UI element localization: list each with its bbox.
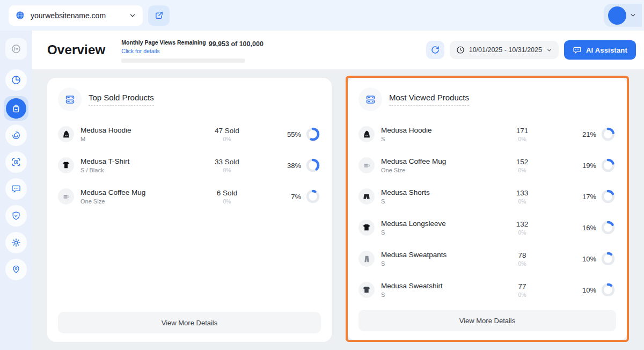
product-row[interactable]: Medusa Hoodie S 171 0% 21% bbox=[358, 119, 616, 150]
hoodie-icon bbox=[58, 126, 74, 142]
click-for-details-link[interactable]: Click for details bbox=[121, 48, 159, 54]
mug-icon bbox=[358, 157, 375, 173]
ai-assistant-label: AI Assistant bbox=[586, 46, 627, 54]
refresh-button[interactable] bbox=[426, 41, 444, 59]
sidebar-item-monitor-clock[interactable] bbox=[5, 151, 27, 173]
sidebar-item-shield-check[interactable] bbox=[5, 205, 27, 227]
product-row[interactable]: Medusa Coffee Mug One Size 152 0% 19% bbox=[358, 150, 616, 181]
product-name: Medusa Sweatshirt bbox=[381, 282, 487, 290]
sidebar-item-gear[interactable] bbox=[5, 232, 27, 253]
refresh-icon bbox=[430, 45, 440, 55]
site-domain: yourwebsitename.com bbox=[31, 11, 129, 20]
clock-icon bbox=[456, 46, 465, 54]
product-variant: M bbox=[80, 136, 192, 142]
account-menu[interactable] bbox=[604, 4, 642, 27]
product-name: Medusa Longsleeve bbox=[381, 220, 487, 228]
gauge-icon bbox=[11, 130, 21, 141]
page-views-progressbar bbox=[121, 59, 245, 63]
page-views-usage: 99,953 of 100,000 bbox=[209, 40, 264, 48]
product-variant: One Size bbox=[381, 167, 487, 173]
product-name: Medusa Coffee Mug bbox=[381, 157, 487, 165]
product-row[interactable]: Medusa Coffee Mug One Size 6 Sold 0% 7% bbox=[58, 181, 321, 212]
product-percent-label: 17% bbox=[582, 193, 596, 201]
product-sub-percent: 0% bbox=[192, 198, 262, 205]
monitor-clock-icon bbox=[11, 157, 21, 167]
sidebar-item-map-pin[interactable] bbox=[5, 259, 27, 280]
product-name: Medusa Hoodie bbox=[381, 126, 487, 134]
highlight-box: Most Viewed Products Medusa Hoodie S 171… bbox=[346, 76, 629, 342]
product-sub-percent: 0% bbox=[487, 136, 557, 142]
chevron-down-icon bbox=[129, 12, 136, 19]
product-sub-percent: 0% bbox=[487, 291, 557, 298]
product-percent-label: 19% bbox=[582, 162, 596, 170]
chevron-down-icon bbox=[630, 12, 636, 19]
hoodie-icon bbox=[358, 126, 375, 142]
shopping-bag-icon bbox=[11, 103, 21, 114]
product-list: Medusa Hoodie M 47 Sold 0% 55% Medusa T-… bbox=[58, 119, 321, 212]
product-row[interactable]: Medusa Sweatpants S 78 0% 10% bbox=[358, 243, 616, 274]
donut-chart bbox=[601, 158, 615, 172]
product-value: 47 Sold bbox=[192, 127, 262, 135]
product-value: 152 bbox=[487, 158, 557, 166]
donut-chart bbox=[306, 158, 320, 172]
shield-check-icon bbox=[11, 210, 21, 221]
donut-chart bbox=[306, 127, 320, 141]
ai-assistant-button[interactable]: AI Assistant bbox=[564, 40, 636, 60]
sidebar-item-shopping-bag[interactable] bbox=[4, 96, 28, 121]
sweatshirt-icon bbox=[358, 282, 375, 298]
sidebar-item-chat-dots[interactable] bbox=[5, 178, 27, 200]
view-more-details-button[interactable]: View More Details bbox=[58, 312, 321, 333]
avatar bbox=[608, 6, 626, 25]
chevron-down-icon bbox=[546, 47, 552, 53]
product-sub-percent: 0% bbox=[487, 260, 557, 267]
server-icon bbox=[358, 88, 382, 111]
donut-chart bbox=[601, 221, 615, 235]
product-row[interactable]: Medusa Hoodie M 47 Sold 0% 55% bbox=[58, 119, 321, 150]
main-content: Top Sold Products Medusa Hoodie M 47 Sol… bbox=[32, 69, 644, 350]
date-range-picker[interactable]: 10/01/2025 - 10/31/2025 bbox=[450, 41, 559, 59]
view-more-details-button[interactable]: View More Details bbox=[358, 310, 616, 331]
chat-dots-icon bbox=[11, 184, 21, 194]
product-percent-label: 16% bbox=[582, 224, 596, 232]
product-variant: S bbox=[381, 136, 487, 142]
gear-icon bbox=[11, 237, 21, 248]
donut-chart bbox=[601, 283, 615, 297]
server-icon bbox=[58, 88, 82, 111]
product-row[interactable]: Medusa T-Shirt S / Black 33 Sold 0% 38% bbox=[58, 150, 321, 181]
donut-chart bbox=[601, 189, 615, 203]
product-percent-label: 10% bbox=[582, 255, 596, 263]
page-header: Overview Monthly Page Views Remaining 99… bbox=[32, 31, 644, 69]
product-value: 77 bbox=[487, 282, 557, 290]
top-sold-products-card: Top Sold Products Medusa Hoodie M 47 Sol… bbox=[47, 78, 332, 342]
donut-chart bbox=[601, 252, 615, 266]
sidebar-item-gauge[interactable] bbox=[5, 125, 27, 146]
product-variant: S / Black bbox=[80, 167, 192, 173]
product-row[interactable]: Medusa Sweatshirt S 77 0% 10% bbox=[358, 274, 616, 305]
page-views-quota: Monthly Page Views Remaining 99,953 of 1… bbox=[121, 37, 246, 63]
product-percent-label: 10% bbox=[582, 286, 596, 294]
external-link-icon bbox=[155, 11, 164, 20]
product-sub-percent: 0% bbox=[192, 136, 262, 142]
most-viewed-products-card: Most Viewed Products Medusa Hoodie S 171… bbox=[348, 78, 627, 340]
product-variant: S bbox=[381, 260, 487, 267]
site-selector[interactable]: yourwebsitename.com bbox=[9, 5, 143, 26]
product-variant: S bbox=[381, 291, 487, 298]
product-name: Medusa Coffee Mug bbox=[80, 188, 192, 196]
tshirt-icon bbox=[58, 157, 74, 173]
page-views-label: Monthly Page Views Remaining bbox=[121, 39, 206, 46]
shorts-icon bbox=[358, 188, 375, 205]
open-site-button[interactable] bbox=[148, 5, 170, 26]
sidebar-item-panel-toggle[interactable] bbox=[5, 38, 27, 60]
product-row[interactable]: Medusa Shorts S 133 0% 17% bbox=[358, 181, 616, 212]
product-variant: S bbox=[381, 229, 487, 236]
globe-icon bbox=[15, 10, 25, 20]
product-sub-percent: 0% bbox=[487, 198, 557, 205]
chat-bubble-icon bbox=[573, 46, 582, 55]
product-row[interactable]: Medusa Longsleeve S 132 0% 16% bbox=[358, 212, 616, 243]
sidebar-item-pie-chart[interactable] bbox=[5, 69, 27, 91]
product-name: Medusa Sweatpants bbox=[381, 251, 487, 259]
product-value: 78 bbox=[487, 251, 557, 259]
product-variant: S bbox=[381, 198, 487, 205]
product-value: 132 bbox=[487, 220, 557, 228]
product-sub-percent: 0% bbox=[487, 229, 557, 236]
